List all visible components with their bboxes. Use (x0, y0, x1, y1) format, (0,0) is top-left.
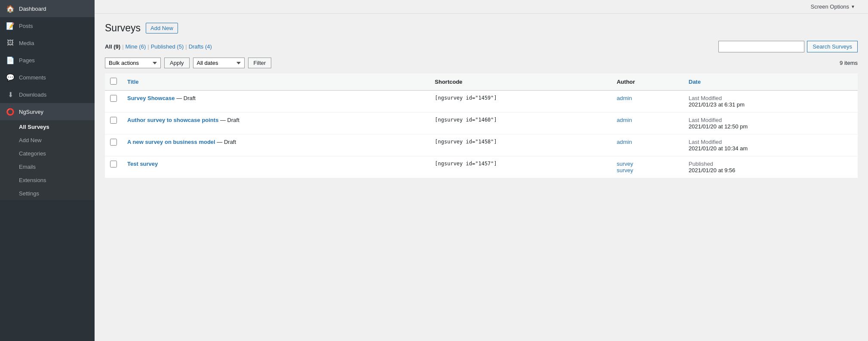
filter-links-left: All (9) | Mine (6) | Published (5) | Dra… (105, 43, 212, 50)
survey-status: — Draft (176, 95, 196, 101)
row-title-cell: A new survey on business model — Draft (122, 134, 429, 156)
row-checkbox-cell (105, 91, 122, 113)
pages-icon: 📄 (6, 56, 15, 64)
row-author-cell: surveysurvey (611, 156, 683, 178)
items-count: 9 items (840, 60, 858, 66)
dashboard-icon: 🏠 (6, 4, 15, 13)
date-filter-select[interactable]: All dates (193, 58, 245, 68)
row-author-cell: admin (611, 113, 683, 134)
comments-icon: 💬 (6, 73, 15, 82)
row-author-cell: admin (611, 91, 683, 113)
sidebar-item-pages[interactable]: 📄 Pages (0, 52, 95, 69)
date-value: 2021/01/20 at 9:56 (689, 167, 735, 174)
author-link[interactable]: survey (616, 167, 633, 174)
screen-options-chevron: ▼ (851, 4, 855, 9)
survey-title-link[interactable]: Test survey (127, 161, 158, 167)
add-new-button[interactable]: Add New (146, 23, 178, 33)
submenu-add-new[interactable]: Add New (0, 134, 95, 147)
sidebar-item-label: NgSurvey (19, 109, 43, 115)
author-link[interactable]: survey (616, 161, 633, 167)
filter-mine[interactable]: Mine (6) (126, 43, 146, 50)
posts-icon: 📝 (6, 21, 15, 30)
date-value: 2021/01/20 at 10:34 am (689, 145, 748, 152)
header-author: Author (611, 73, 683, 91)
row-checkbox[interactable] (110, 117, 117, 124)
row-title-cell: Survey Showcase — Draft (122, 91, 429, 113)
submenu-settings[interactable]: Settings (0, 187, 95, 200)
sidebar-item-label: Posts (19, 23, 33, 29)
filter-button[interactable]: Filter (248, 58, 272, 68)
table-row: A new survey on business model — Draft [… (105, 134, 858, 156)
sidebar-item-comments[interactable]: 💬 Comments (0, 69, 95, 86)
date-label: Last Modified (689, 139, 722, 145)
surveys-table: Title Shortcode Author Date Survey Showc… (105, 73, 858, 178)
date-value: 2021/01/20 at 12:50 pm (689, 123, 748, 130)
row-checkbox-cell (105, 134, 122, 156)
row-checkbox[interactable] (110, 161, 117, 167)
sidebar-item-label: Comments (19, 74, 46, 81)
sidebar-item-ngsurvey[interactable]: ⭕ NgSurvey (0, 103, 95, 120)
row-checkbox[interactable] (110, 139, 117, 146)
row-checkbox-cell (105, 113, 122, 134)
row-date-cell: Last Modified 2021/01/20 at 12:50 pm (684, 113, 858, 134)
page-title: Surveys (105, 22, 141, 34)
sidebar-item-label: Media (19, 40, 34, 46)
row-title-cell: Author survey to showcase points — Draft (122, 113, 429, 134)
table-row: Survey Showcase — Draft [ngsurvey id="14… (105, 91, 858, 113)
filter-bar: All (9) | Mine (6) | Published (5) | Dra… (105, 41, 858, 52)
page-header: Surveys Add New (105, 22, 858, 34)
table-row: Test survey [ngsurvey id="1457"] surveys… (105, 156, 858, 178)
ngsurvey-icon: ⭕ (6, 107, 15, 116)
sidebar-item-posts[interactable]: 📝 Posts (0, 17, 95, 34)
apply-button[interactable]: Apply (164, 58, 190, 68)
sidebar-item-media[interactable]: 🖼 Media (0, 34, 95, 52)
toolbar-left: Bulk actions Apply All dates Filter (105, 58, 271, 68)
author-link[interactable]: admin (616, 139, 632, 145)
filter-published[interactable]: Published (5) (151, 43, 184, 50)
author-link[interactable]: admin (616, 117, 632, 123)
submenu-emails[interactable]: Emails (0, 160, 95, 174)
sidebar-item-label: Downloads (19, 91, 46, 98)
table-row: Author survey to showcase points — Draft… (105, 113, 858, 134)
screen-options-button[interactable]: Screen Options ▼ (806, 1, 859, 12)
row-checkbox-cell (105, 156, 122, 178)
author-link[interactable]: admin (616, 95, 632, 101)
survey-title-link[interactable]: A new survey on business model (127, 139, 215, 145)
header-title[interactable]: Title (122, 73, 429, 91)
filter-drafts[interactable]: Drafts (4) (189, 43, 212, 50)
downloads-icon: ⬇ (6, 90, 15, 99)
row-author-cell: admin (611, 134, 683, 156)
date-label: Last Modified (689, 117, 722, 123)
table-header-row: Title Shortcode Author Date (105, 73, 858, 91)
row-title-cell: Test survey (122, 156, 429, 178)
submenu-all-surveys[interactable]: All Surveys (0, 120, 95, 134)
submenu-extensions[interactable]: Extensions (0, 174, 95, 187)
main-content: Screen Options ▼ Surveys Add New All (9)… (95, 0, 868, 341)
header-checkbox-col (105, 73, 122, 91)
toolbar: Bulk actions Apply All dates Filter 9 it… (105, 58, 858, 68)
row-shortcode-cell: [ngsurvey id="1457"] (429, 156, 611, 178)
screen-options-label: Screen Options (810, 3, 849, 10)
header-date[interactable]: Date (684, 73, 858, 91)
row-checkbox[interactable] (110, 95, 117, 102)
sidebar-item-label: Dashboard (19, 6, 46, 12)
submenu-categories[interactable]: Categories (0, 147, 95, 160)
date-value: 2021/01/23 at 6:31 pm (689, 101, 745, 108)
row-shortcode-cell: [ngsurvey id="1458"] (429, 134, 611, 156)
sidebar-item-downloads[interactable]: ⬇ Downloads (0, 86, 95, 103)
sidebar-item-label: Pages (19, 57, 35, 64)
search-surveys-button[interactable]: Search Surveys (807, 41, 858, 52)
filter-all[interactable]: All (9) (105, 43, 120, 50)
date-label: Last Modified (689, 95, 722, 101)
row-date-cell: Published 2021/01/20 at 9:56 (684, 156, 858, 178)
survey-title-link[interactable]: Survey Showcase (127, 95, 175, 101)
sidebar: 🏠 Dashboard 📝 Posts 🖼 Media 📄 Pages 💬 Co… (0, 0, 95, 341)
survey-status: — Draft (220, 117, 239, 123)
bulk-actions-select[interactable]: Bulk actions (105, 58, 161, 68)
sidebar-item-dashboard[interactable]: 🏠 Dashboard (0, 0, 95, 17)
search-input[interactable] (718, 41, 804, 52)
row-shortcode-cell: [ngsurvey id="1460"] (429, 113, 611, 134)
select-all-checkbox[interactable] (110, 78, 117, 85)
survey-title-link[interactable]: Author survey to showcase points (127, 117, 218, 123)
row-date-cell: Last Modified 2021/01/20 at 10:34 am (684, 134, 858, 156)
